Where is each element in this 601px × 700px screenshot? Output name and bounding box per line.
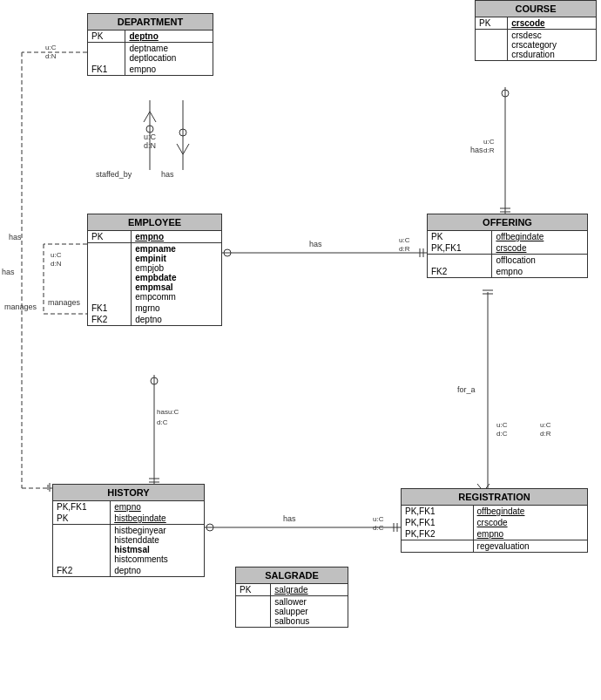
- dept-emp-dn-label: d:N: [144, 141, 156, 150]
- svg-text:u:C: u:C: [373, 515, 384, 523]
- svg-text:d:C: d:C: [373, 524, 384, 532]
- registration-title: REGISTRATION: [402, 489, 587, 506]
- salgrade-entity: SALGRADE PK salgrade sallowersaluppersal…: [235, 567, 348, 628]
- table-row: PK,FK1 crscode: [402, 517, 587, 528]
- table-row: offlocation: [428, 255, 587, 267]
- department-title: DEPARTMENT: [88, 14, 213, 31]
- svg-text:has: has: [309, 240, 322, 248]
- offering-entity: OFFERING PK offbegindate PK,FK1 crscode …: [427, 214, 588, 278]
- svg-text:u:C: u:C: [399, 236, 410, 244]
- table-row: PK salgrade: [236, 584, 348, 596]
- svg-text:for_a: for_a: [457, 385, 476, 394]
- svg-point-3: [146, 126, 153, 133]
- pk-label: PK: [88, 31, 125, 43]
- svg-line-7: [183, 144, 189, 154]
- svg-point-52: [502, 90, 509, 97]
- table-row: histbeginyear histenddate histmsal histc…: [53, 525, 204, 566]
- table-row: PK crscode: [476, 17, 596, 30]
- staffed-by-label: staffed_by: [96, 170, 132, 179]
- svg-text:has: has: [283, 514, 296, 523]
- erd-diagram: has manages u:C d:N has u:C d:N has u:C …: [0, 0, 601, 700]
- table-row: deptnamedeptlocation: [88, 43, 213, 65]
- attr-cell: deptno: [125, 31, 213, 43]
- svg-text:u:C: u:C: [51, 251, 62, 259]
- table-row: PK empno: [88, 231, 221, 243]
- svg-text:u:C: u:C: [483, 138, 495, 146]
- svg-text:d:N: d:N: [45, 52, 57, 60]
- table-row: FK2 empno: [428, 266, 587, 277]
- history-entity: HISTORY PK,FK1 empno PK histbegindate hi…: [52, 484, 205, 577]
- dept-emp-uc-label: u:C: [144, 133, 156, 141]
- table-row: empname empinit empjob empbdate empmsal …: [88, 243, 221, 303]
- svg-text:u:C: u:C: [496, 421, 508, 429]
- svg-text:d:R: d:R: [540, 430, 551, 438]
- svg-line-1: [144, 112, 150, 122]
- svg-text:d:R: d:R: [399, 245, 410, 253]
- svg-text:d:C: d:C: [496, 430, 508, 438]
- table-row: PK,FK1 offbegindate: [402, 506, 587, 517]
- registration-entity: REGISTRATION PK,FK1 offbegindate PK,FK1 …: [401, 488, 588, 553]
- svg-point-5: [179, 129, 186, 136]
- svg-text:d:R: d:R: [483, 146, 495, 154]
- manages-label: manages: [48, 298, 80, 307]
- svg-point-29: [224, 249, 231, 256]
- table-row: crsdesccrscategorycrsduration: [476, 30, 596, 61]
- table-row: PK,FK2 empno: [402, 528, 587, 540]
- salgrade-title: SALGRADE: [236, 567, 348, 584]
- table-row: FK2 deptno: [53, 565, 204, 576]
- department-entity: DEPARTMENT PK deptno deptnamedeptlocatio…: [87, 13, 213, 76]
- table-row: PK,FK1 empno: [53, 501, 204, 513]
- course-entity: COURSE PK crscode crsdesccrscategorycrsd…: [475, 0, 597, 61]
- table-row: FK1 empno: [88, 64, 213, 75]
- offering-title: OFFERING: [428, 214, 587, 231]
- svg-text:d:C: d:C: [157, 418, 168, 426]
- table-row: FK1 mgrno: [88, 302, 221, 314]
- table-row: FK2 deptno: [88, 314, 221, 325]
- has-dept-label: has: [161, 170, 174, 179]
- table-row: PK deptno: [88, 31, 213, 43]
- svg-line-6: [177, 144, 183, 154]
- course-title: COURSE: [476, 1, 596, 17]
- svg-text:u:C: u:C: [45, 44, 57, 51]
- svg-text:manages: manages: [4, 302, 37, 311]
- history-title: HISTORY: [53, 485, 204, 501]
- svg-point-43: [206, 524, 213, 531]
- svg-text:u:C: u:C: [540, 421, 551, 429]
- table-row: PK histbegindate: [53, 513, 204, 525]
- employee-entity: EMPLOYEE PK empno empname empinit empjob…: [87, 214, 222, 326]
- svg-line-2: [150, 112, 156, 122]
- svg-text:has: has: [9, 233, 22, 241]
- svg-text:d:N: d:N: [51, 260, 62, 268]
- table-row: PK,FK1 crscode: [428, 242, 587, 255]
- svg-text:has: has: [470, 146, 483, 154]
- svg-text:has: has: [2, 268, 15, 276]
- employee-title: EMPLOYEE: [88, 214, 221, 231]
- table-row: PK offbegindate: [428, 231, 587, 242]
- svg-text:hasu:C: hasu:C: [157, 408, 179, 416]
- table-row: regevaluation: [402, 540, 587, 553]
- table-row: sallowersaluppersalbonus: [236, 596, 348, 628]
- svg-point-38: [151, 377, 158, 384]
